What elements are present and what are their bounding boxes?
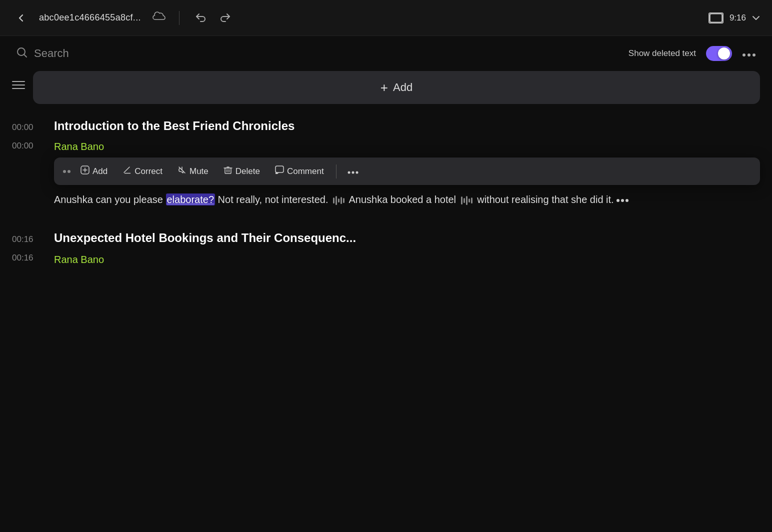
transcript-block-1: Rana Bano Add <box>54 141 760 208</box>
speaker-name-1: Rana Bano <box>54 140 104 152</box>
svg-point-3 <box>748 54 750 56</box>
searchbar: Search Show deleted text <box>0 36 772 71</box>
context-add-button[interactable]: Add <box>74 162 114 180</box>
context-comment-button[interactable]: Comment <box>269 162 330 180</box>
svg-rect-0 <box>710 14 722 22</box>
context-delete-button[interactable]: Delete <box>218 162 266 180</box>
hamburger-line-2 <box>12 84 25 86</box>
wave-bar <box>468 198 470 202</box>
hamburger-line-1 <box>12 81 25 82</box>
text-normal-4: without realising that she did it. <box>474 194 617 205</box>
text-dots <box>616 199 628 202</box>
search-placeholder: Search <box>34 47 69 60</box>
wave-bar <box>336 196 337 205</box>
section-title-2: Unexpected Hotel Bookings and Their Cons… <box>54 231 356 245</box>
more-options-button[interactable] <box>742 47 756 60</box>
add-button[interactable]: + Add <box>33 71 760 104</box>
section-row-2: 00:16 Unexpected Hotel Bookings and Thei… <box>12 222 760 249</box>
context-mute-label: Mute <box>190 166 208 176</box>
context-more-button[interactable] <box>342 163 364 180</box>
add-button-label: Add <box>393 81 412 94</box>
undo-button[interactable] <box>192 10 208 26</box>
svg-point-9 <box>352 172 354 174</box>
speaker-row-1: 00:00 Rana Bano Add <box>12 137 760 208</box>
svg-point-8 <box>348 172 350 174</box>
svg-point-2 <box>742 54 746 56</box>
text-normal-3: Anushka booked a hotel <box>346 194 459 205</box>
correct-ctx-icon <box>122 166 132 177</box>
hamburger-menu[interactable] <box>12 77 25 93</box>
delete-ctx-icon <box>224 166 232 177</box>
back-button[interactable] <box>12 9 30 27</box>
wave-bar <box>340 197 342 204</box>
toggle-knob <box>718 48 730 60</box>
transcript-text-1: Anushka can you please elaborate? Not re… <box>54 191 760 208</box>
timestamp-1: 00:00 <box>12 122 42 132</box>
topbar-right: 9:16 <box>708 12 760 24</box>
topbar-left: abc0ee1c4666455a8cf... <box>12 9 234 27</box>
dot <box>616 199 620 202</box>
cloud-icon <box>152 12 166 24</box>
context-add-label: Add <box>92 166 108 176</box>
dot-1 <box>63 170 66 173</box>
search-area[interactable]: Search <box>16 46 69 61</box>
content-area: 00:00 Introduction to the Best Friend Ch… <box>0 110 772 266</box>
section-title-1: Introduction to the Best Friend Chronicl… <box>54 119 294 133</box>
context-divider <box>336 164 336 178</box>
comment-ctx-icon <box>275 166 284 177</box>
timestamp-4: 00:16 <box>12 253 42 263</box>
add-ctx-icon <box>80 166 90 177</box>
wave-bar <box>343 198 344 203</box>
speaker-row-2: 00:16 Rana Bano <box>12 249 760 266</box>
document-title: abc0ee1c4666455a8cf... <box>39 12 141 23</box>
svg-point-10 <box>356 172 358 174</box>
topbar-divider <box>179 11 180 25</box>
wave-bar <box>464 198 465 203</box>
clock-time: 9:16 <box>730 13 746 23</box>
section-row-1: 00:00 Introduction to the Best Friend Ch… <box>12 110 760 137</box>
section-spacer <box>12 208 760 222</box>
wave-bar <box>466 196 468 205</box>
context-correct-label: Correct <box>134 166 162 176</box>
dots-prefix <box>63 170 70 173</box>
audio-wave-1 <box>333 196 344 205</box>
timestamp-2: 00:00 <box>12 141 42 151</box>
add-icon: + <box>380 80 388 96</box>
context-delete-label: Delete <box>236 166 260 176</box>
show-deleted-label: Show deleted text <box>628 48 696 58</box>
show-deleted-toggle[interactable] <box>706 46 732 61</box>
context-correct-button[interactable]: Correct <box>116 162 168 180</box>
dot <box>621 199 624 202</box>
text-normal-1: Anushka can you please <box>54 194 166 205</box>
mute-ctx-icon <box>178 166 186 177</box>
dot <box>626 199 628 202</box>
speaker-name-2: Rana Bano <box>54 253 104 266</box>
tablet-view-icon <box>708 12 724 24</box>
wave-bar <box>333 198 334 204</box>
context-mute-button[interactable]: Mute <box>172 162 214 180</box>
context-comment-label: Comment <box>287 166 324 176</box>
dot-2 <box>68 170 70 173</box>
topbar: abc0ee1c4666455a8cf... 9:16 <box>0 0 772 36</box>
add-button-area: + Add <box>0 71 772 110</box>
wave-bar <box>338 198 340 202</box>
audio-wave-2 <box>461 196 472 205</box>
chevron-down-icon <box>752 14 760 22</box>
timestamp-3: 00:16 <box>12 234 42 244</box>
text-normal-2: Not really, not interested. <box>215 194 331 205</box>
word-highlight-elaborate: elaborate? <box>166 194 216 206</box>
wave-bar <box>461 196 462 204</box>
searchbar-right: Show deleted text <box>628 46 756 61</box>
hamburger-line-3 <box>12 88 25 89</box>
wave-bar <box>471 198 472 204</box>
context-menu: Add Correct <box>54 158 760 185</box>
search-icon <box>16 46 28 61</box>
redo-button[interactable] <box>218 10 234 26</box>
svg-rect-7 <box>276 166 284 172</box>
svg-rect-6 <box>225 168 231 174</box>
svg-point-4 <box>752 54 756 56</box>
